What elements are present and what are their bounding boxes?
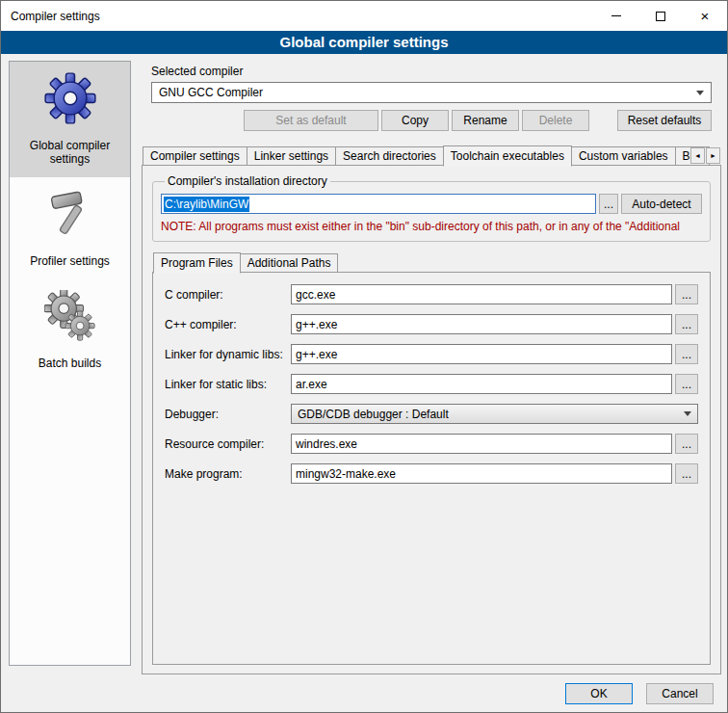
c-compiler-input[interactable]: [291, 284, 672, 304]
rename-button[interactable]: Rename: [452, 110, 519, 131]
sidebar-item-profiler-settings[interactable]: Profiler settings: [10, 177, 130, 279]
minimize-button[interactable]: [594, 1, 638, 31]
tab-scroll-right-icon[interactable]: ►: [706, 147, 720, 164]
ok-button[interactable]: OK: [565, 683, 633, 704]
debugger-select[interactable]: GDB/CDB debugger : Default: [291, 404, 698, 424]
blue-gear-icon: [43, 71, 97, 125]
reset-defaults-button[interactable]: Reset defaults: [617, 110, 712, 131]
sidebar-item-label: Global compiler settings: [16, 139, 124, 166]
tab-toolchain-executables[interactable]: Toolchain executables: [443, 145, 572, 167]
program-files-panel: C compiler: ... C++ compiler: ... Linker…: [152, 272, 711, 665]
linker-dynamic-label: Linker for dynamic libs:: [165, 348, 288, 361]
selected-compiler-label: Selected compiler: [151, 65, 712, 78]
dialog-footer: OK Cancel: [565, 683, 714, 704]
chevron-down-icon: [696, 91, 704, 95]
linker-static-label: Linker for static libs:: [165, 378, 288, 391]
tab-scroll-left-icon[interactable]: ◄: [690, 147, 705, 164]
gray-gears-icon: [43, 289, 97, 343]
debugger-label: Debugger:: [165, 408, 288, 421]
settings-category-list: Global compiler settings Profiler settin…: [9, 61, 131, 666]
page-title: Global compiler settings: [1, 31, 727, 54]
cpp-compiler-row: C++ compiler: ...: [165, 314, 698, 334]
spacer: [151, 110, 241, 131]
delete-button[interactable]: Delete: [522, 110, 589, 131]
tab-scrollers: ◄ ►: [690, 147, 720, 164]
sidebar-item-label: Profiler settings: [30, 254, 110, 268]
compiler-select[interactable]: GNU GCC Compiler: [151, 82, 712, 103]
c-compiler-browse-button[interactable]: ...: [675, 284, 698, 304]
debugger-select-value: GDB/CDB debugger : Default: [298, 408, 449, 421]
copy-button[interactable]: Copy: [381, 110, 449, 131]
bin-subdirectory-note: NOTE: All programs must exist either in …: [161, 220, 702, 233]
linker-static-row: Linker for static libs: ...: [165, 374, 698, 394]
tab-additional-paths[interactable]: Additional Paths: [240, 253, 339, 273]
tab-search-directories[interactable]: Search directories: [335, 146, 444, 166]
resource-compiler-input[interactable]: [291, 434, 672, 454]
close-icon: ×: [701, 9, 710, 23]
program-files-tabbar: Program Files Additional Paths: [152, 251, 711, 273]
compiler-settings-dialog: Compiler settings × Global compiler sett…: [0, 0, 728, 713]
titlebar: Compiler settings ×: [1, 1, 727, 31]
compiler-action-buttons: Set as default Copy Rename Delete Reset …: [151, 110, 712, 131]
window-title: Compiler settings: [1, 10, 100, 23]
set-as-default-button[interactable]: Set as default: [244, 110, 378, 131]
cpp-compiler-browse-button[interactable]: ...: [675, 314, 698, 334]
cancel-button[interactable]: Cancel: [646, 683, 714, 704]
tab-program-files[interactable]: Program Files: [153, 252, 241, 274]
chevron-down-icon: [684, 411, 691, 416]
toolchain-executables-panel: Compiler's installation directory C:\ray…: [142, 165, 721, 674]
caption-buttons: ×: [594, 1, 727, 31]
installation-directory-value: C:\raylib\MinGW: [164, 197, 249, 212]
maximize-button[interactable]: [638, 1, 683, 31]
auto-detect-button[interactable]: Auto-detect: [621, 194, 702, 214]
c-compiler-label: C compiler:: [165, 288, 288, 302]
maximize-icon: [656, 12, 665, 21]
tab-linker-settings[interactable]: Linker settings: [247, 146, 336, 166]
linker-dynamic-input[interactable]: [291, 344, 672, 364]
make-program-label: Make program:: [165, 467, 288, 481]
settings-tabbar: Compiler settings Linker settings Search…: [142, 145, 721, 166]
linker-dynamic-browse-button[interactable]: ...: [675, 344, 698, 364]
c-compiler-row: C compiler: ...: [165, 284, 698, 304]
sidebar-item-global-compiler-settings[interactable]: Global compiler settings: [10, 62, 130, 177]
resource-compiler-label: Resource compiler:: [165, 437, 288, 451]
make-program-browse-button[interactable]: ...: [675, 463, 698, 484]
installation-directory-group: Compiler's installation directory C:\ray…: [152, 174, 711, 242]
installation-directory-group-title: Compiler's installation directory: [165, 174, 330, 188]
cpp-compiler-input[interactable]: [291, 314, 672, 334]
resource-compiler-browse-button[interactable]: ...: [675, 434, 698, 454]
main-panel: Selected compiler GNU GCC Compiler Set a…: [142, 61, 721, 666]
installation-directory-browse-button[interactable]: ...: [599, 194, 618, 214]
tab-custom-variables[interactable]: Custom variables: [571, 146, 676, 166]
installation-directory-row: C:\raylib\MinGW ... Auto-detect: [161, 194, 702, 214]
installation-directory-input[interactable]: C:\raylib\MinGW: [161, 194, 596, 214]
resource-compiler-row: Resource compiler: ...: [165, 434, 698, 454]
linker-static-browse-button[interactable]: ...: [675, 374, 698, 394]
linker-dynamic-row: Linker for dynamic libs: ...: [165, 344, 698, 364]
linker-static-input[interactable]: [291, 374, 672, 394]
make-program-input[interactable]: [291, 463, 672, 484]
minimize-icon: [611, 15, 621, 16]
make-program-row: Make program: ...: [165, 463, 698, 484]
sidebar-item-batch-builds[interactable]: Batch builds: [10, 279, 130, 382]
close-button[interactable]: ×: [683, 1, 727, 31]
sidebar-item-label: Batch builds: [39, 356, 101, 370]
cpp-compiler-label: C++ compiler:: [165, 318, 288, 331]
debugger-row: Debugger: GDB/CDB debugger : Default: [165, 404, 698, 424]
tab-compiler-settings[interactable]: Compiler settings: [143, 146, 247, 166]
compiler-select-value: GNU GCC Compiler: [159, 86, 263, 99]
profiler-hammer-icon: [43, 187, 97, 241]
